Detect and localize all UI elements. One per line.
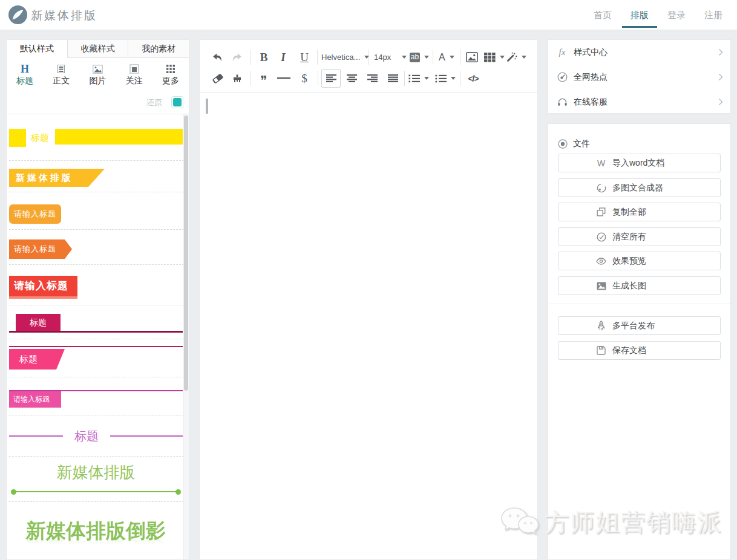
highlight-color-dropdown[interactable]: ab [410,47,430,68]
template-yellow-ribbon-title[interactable]: 新媒体排版 [9,161,184,192]
reset-row: 还原 [7,90,189,114]
tab-favorite-styles[interactable]: 收藏样式 [68,40,129,58]
template-orange-rounded-title[interactable]: 请输入标题 [9,192,184,230]
generate-long-image-button[interactable]: 生成长图 [558,276,721,295]
template-pink-slant-title[interactable]: 标题 [9,339,184,377]
link-style-center[interactable]: fx 样式中心 [548,40,730,65]
chevron-down-icon [451,77,456,80]
long-image-icon [596,282,606,290]
tab-my-materials[interactable]: 我的素材 [128,40,189,58]
align-justify-button[interactable] [385,68,400,89]
editor-panel: B I U Helvetica... 14px ab A [199,39,538,560]
underline-button[interactable]: U [296,47,312,68]
category-image[interactable]: 图片 [79,63,116,90]
nav-register[interactable]: 注册 [704,0,722,30]
align-right-button[interactable] [365,68,379,89]
file-section-header: 文件 [548,124,730,153]
chevron-down-icon [402,56,407,59]
body-text-icon [43,63,79,74]
app-header: 新媒体排版 首页 排版 登录 注册 [0,0,737,30]
import-word-button[interactable]: W 导入word文档 [558,154,721,172]
template-magenta-topline-title[interactable]: 请输入标题 [9,377,184,415]
template-green-reflection-title[interactable]: 新媒体排版倒影 [9,502,184,559]
app-logo [8,5,27,24]
nav-typeset[interactable]: 排版 [631,0,649,30]
toolbar-row-1: B I U Helvetica... 14px ab A [200,47,537,68]
customer-service-icon [557,97,568,106]
publish-rocket-icon [596,321,606,331]
category-heading[interactable]: H 标题 [7,63,43,90]
toolbar-separator [404,71,405,86]
redo-button[interactable] [229,47,244,68]
save-icon [596,346,606,355]
editor-content[interactable] [200,93,537,559]
align-center-button[interactable] [344,68,359,89]
dollar-button[interactable]: $ [297,68,312,89]
preview-eye-icon [596,258,606,265]
chevron-right-icon [718,73,723,81]
clear-all-button[interactable]: 清空所有 [558,227,721,246]
sidebar-scrollbar-thumb[interactable] [184,116,188,391]
ordered-list-dropdown[interactable] [408,68,431,89]
color-swatch[interactable] [171,96,183,108]
feather-icon [8,5,27,24]
template-orange-pennant-title[interactable]: 请输入标题 [9,230,184,265]
category-body-text[interactable]: 正文 [43,63,79,90]
hotspot-icon [557,72,568,82]
chevron-down-icon [450,56,454,59]
unordered-list-dropdown[interactable] [435,68,458,89]
font-color-dropdown[interactable]: A [439,47,457,68]
yellow-title-combo: 标题 [9,129,183,147]
template-orchid-dash-title[interactable]: 标题 [9,415,184,457]
link-hot-topics[interactable]: 全网热点 [548,65,730,90]
toolbar-separator [460,71,460,86]
copy-all-button[interactable]: 复制全部 [558,203,721,221]
insert-table-dropdown[interactable] [484,47,505,68]
eraser-button[interactable] [210,68,224,89]
bold-button[interactable]: B [257,47,271,68]
chevron-down-icon [424,56,429,59]
style-sidebar: 默认样式 收藏样式 我的素材 H 标题 正文 图片 关注 [6,39,189,560]
more-icon [152,63,189,74]
yellow-square [9,129,26,147]
multi-platform-publish-button[interactable]: 多平台发布 [558,316,721,335]
green-line [12,491,180,492]
magic-wand-dropdown[interactable] [506,47,527,68]
nav-home[interactable]: 首页 [594,0,612,30]
left-dash-line [9,435,63,437]
font-family-dropdown[interactable]: Helvetica... [321,47,367,68]
undo-button[interactable] [210,47,224,68]
code-view-button[interactable]: </> [465,68,481,89]
category-more[interactable]: 更多 [152,63,189,90]
toolbar-row-2: ❞ $ [200,68,537,89]
sidebar-scrollbar-track[interactable] [183,114,189,559]
heading-icon: H [7,63,43,74]
italic-button[interactable]: I [276,47,290,68]
template-red-block-title[interactable]: 请输入标题 [9,265,184,305]
word-icon: W [596,158,606,168]
horizontal-rule-button[interactable] [277,68,291,89]
top-nav: 首页 排版 登录 注册 [594,0,722,30]
template-crimson-underline-title[interactable]: 标题 [9,305,184,339]
font-size-dropdown[interactable]: 14px [374,47,407,68]
toolbar-separator [368,50,369,65]
copy-icon [596,207,606,217]
template-green-dotline-title[interactable]: 新媒体排版 [9,457,184,502]
app-title: 新媒体排版 [31,0,97,30]
align-left-button[interactable] [321,69,341,88]
blockquote-button[interactable]: ❞ [257,68,271,89]
clear-icon [596,232,606,242]
left-end-dot [11,489,16,495]
preview-button[interactable]: 效果预览 [558,252,721,270]
nav-login[interactable]: 登录 [667,0,686,30]
link-customer-service[interactable]: 在线客服 [548,90,730,114]
multi-article-composer-button[interactable]: 多图文合成器 [558,178,721,197]
insert-image-button[interactable] [465,47,479,68]
tab-default-styles[interactable]: 默认样式 [7,40,68,58]
category-follow[interactable]: 关注 [116,63,152,90]
template-list: 标题 新媒体排版 请输入标题 请输入标题 请输入标题 标题 标题 请输入标题 [7,114,189,559]
format-brush-button[interactable] [230,68,244,89]
save-document-button[interactable]: 保存文档 [558,341,721,360]
template-yellow-block-title[interactable]: 标题 [9,114,184,161]
chevron-right-icon [718,98,723,106]
